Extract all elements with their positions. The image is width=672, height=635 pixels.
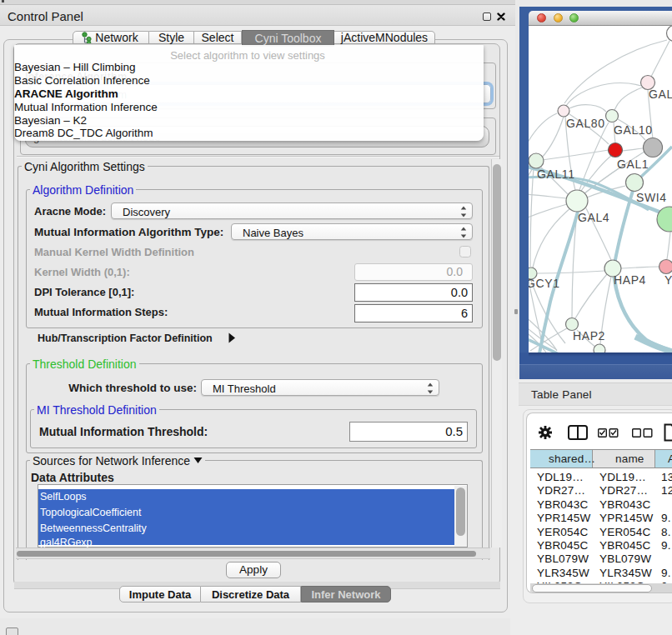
svg-text:GAL11: GAL11: [537, 168, 575, 181]
svg-text:Y: Y: [664, 273, 672, 287]
svg-text:SWI4: SWI4: [636, 191, 667, 204]
svg-text:HAP4: HAP4: [614, 273, 646, 287]
svg-text:GAL7: GAL7: [649, 88, 672, 101]
svg-text:GAL4: GAL4: [578, 211, 609, 224]
svg-text:GAL1: GAL1: [617, 158, 649, 171]
svg-text:GAL10: GAL10: [614, 123, 653, 137]
svg-text:GAL80: GAL80: [566, 117, 605, 130]
svg-text:HAP2: HAP2: [573, 329, 605, 342]
svg-text:GCY1: GCY1: [529, 277, 560, 290]
